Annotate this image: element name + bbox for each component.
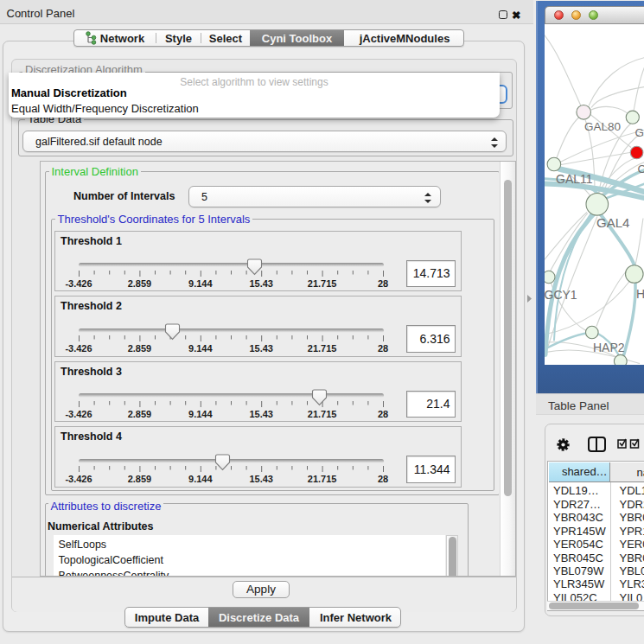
svg-text:GA: GA (635, 125, 644, 138)
svg-text:HAP2: HAP2 (593, 340, 625, 354)
svg-text:C: C (638, 162, 644, 175)
svg-text:GAL4: GAL4 (596, 215, 629, 230)
svg-text:GAL80: GAL80 (584, 120, 621, 133)
svg-text:H: H (636, 286, 644, 300)
svg-text:GAL11: GAL11 (556, 172, 593, 186)
svg-text:GCY1: GCY1 (545, 287, 577, 301)
